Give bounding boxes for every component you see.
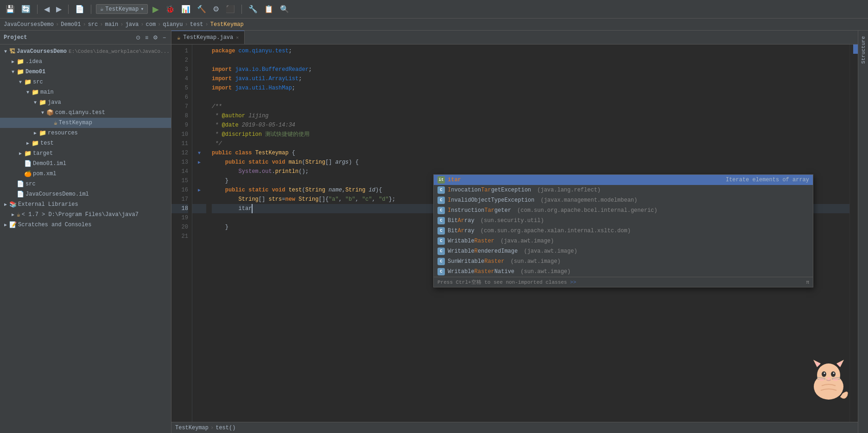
tools-button[interactable]: 🔧 bbox=[247, 4, 260, 14]
label-java7: < 1.7 > D:\Program Files\Java\java7 bbox=[22, 211, 139, 218]
annotation-author: @author bbox=[222, 111, 245, 121]
comma-17-2: , bbox=[355, 195, 362, 204]
ac-item-sunwritable[interactable]: C SunWritableRaster (sun.awt.image) bbox=[434, 256, 813, 267]
breadcrumb-item-src[interactable]: src bbox=[88, 21, 98, 28]
tree-item-test[interactable]: ▶ 📁 test bbox=[0, 138, 171, 148]
javadoc-start: /** bbox=[212, 102, 222, 111]
tree-item-demo01[interactable]: ▼ 📁 Demo01 bbox=[0, 67, 171, 77]
gm-13[interactable]: ▶ bbox=[192, 158, 206, 167]
structure-label[interactable]: Structure bbox=[860, 34, 867, 65]
run-button[interactable]: ▶ bbox=[151, 3, 161, 15]
kw-static-13: static bbox=[248, 158, 272, 167]
code-content[interactable]: package com.qianyu.test ; import java.io… bbox=[206, 45, 849, 422]
forward-button[interactable]: ▶ bbox=[54, 4, 63, 14]
ac-item-instruction[interactable]: C InstructionTargeter (com.sun.org.apach… bbox=[434, 205, 813, 216]
search-toolbar-button[interactable]: 🔍 bbox=[278, 4, 291, 14]
stop-button[interactable]: ⬛ bbox=[224, 4, 237, 14]
brace-close-17: }; bbox=[389, 195, 395, 204]
tree-item-pomxml[interactable]: 🍊 pom.xml bbox=[0, 169, 171, 179]
tree-item-src-root[interactable]: 📄 src bbox=[0, 179, 171, 189]
dot2-14: . bbox=[272, 167, 275, 176]
ac-item-writable[interactable]: C WritableRaster (java.awt.image) bbox=[434, 236, 813, 246]
coverage-button[interactable]: 📊 bbox=[179, 4, 192, 14]
profile-button[interactable]: ⚙ bbox=[211, 4, 221, 14]
breadcrumb-sep-7: › bbox=[185, 21, 188, 28]
space2-16 bbox=[365, 185, 368, 195]
tab-testkeymap[interactable]: ☕ TestKeymap.java ✕ bbox=[171, 31, 245, 44]
code-line-13: public static void main ( String [] args… bbox=[212, 158, 849, 167]
tree-item-testkeymap[interactable]: ☕ TestKeymap bbox=[0, 118, 171, 128]
icon-java7: ☕ bbox=[17, 211, 20, 218]
breadcrumb-item-qianyu[interactable]: qianyu bbox=[163, 21, 183, 28]
ln-21: 21 bbox=[171, 232, 188, 241]
breadcrumb-item-com[interactable]: com bbox=[146, 21, 156, 28]
println-14: println bbox=[275, 167, 298, 176]
ac-item-bitarray1[interactable]: C BitArray (sun.security.util) bbox=[434, 216, 813, 226]
tree-item-resources[interactable]: ▶ 📁 resources bbox=[0, 128, 171, 138]
save-button[interactable]: 💾 bbox=[4, 4, 17, 14]
gm-12[interactable]: ▼ bbox=[192, 148, 206, 158]
breadcrumb-item-demo01[interactable]: Demo01 bbox=[61, 21, 81, 28]
ln-8: 8 bbox=[171, 111, 188, 121]
icon-main: 📁 bbox=[32, 89, 39, 96]
tree-item-scratches[interactable]: ▶ 📝 Scratches and Consoles bbox=[0, 220, 171, 230]
gm-16[interactable]: ▶ bbox=[192, 185, 206, 195]
build-button[interactable]: 🔨 bbox=[195, 4, 208, 14]
tree-item-javacoursesdemo[interactable]: ▼ 🏗 JavaCoursesDemo E:\Codes\idea_workpl… bbox=[0, 46, 171, 57]
ln-11: 11 bbox=[171, 139, 188, 148]
recent-files-button[interactable]: 📄 bbox=[73, 4, 86, 14]
bottom-bc-method[interactable]: test() bbox=[215, 425, 235, 431]
structure-toolbar-button[interactable]: 📋 bbox=[262, 4, 275, 14]
debug-button[interactable]: 🐞 bbox=[164, 4, 177, 14]
kw-class: class bbox=[235, 148, 255, 158]
sidebar-scope-button[interactable]: ⊙ bbox=[134, 34, 142, 41]
sync-button[interactable]: 🔄 bbox=[19, 4, 32, 14]
tree-item-target[interactable]: ▶ 📁 target bbox=[0, 148, 171, 159]
ac-pi-icon: π bbox=[806, 280, 809, 285]
ac-item-invocation[interactable]: C InvocationTargetException (java.lang.r… bbox=[434, 185, 813, 195]
ac-item-writablerendered[interactable]: C WritableRenderedImage (java.awt.image) bbox=[434, 246, 813, 256]
arrow-idea: ▶ bbox=[9, 59, 17, 64]
back-button[interactable]: ◀ bbox=[42, 4, 51, 14]
code-editor[interactable]: 1 2 3 4 5 6 7 8 9 10 11 12 13 14 15 16 1… bbox=[171, 45, 858, 422]
tree-item-idea[interactable]: ▶ 📁 .idea bbox=[0, 57, 171, 67]
ac-footer-text: Press Ctrl+空格 to see non-imported classe… bbox=[437, 279, 576, 286]
tree-item-src[interactable]: ▼ 📁 src bbox=[0, 77, 171, 87]
ac-item-itar-header[interactable]: it itar Iterate elements of array bbox=[434, 175, 813, 185]
sidebar-collapse-all-button[interactable]: ≡ bbox=[144, 34, 150, 41]
ac-item-writablenative[interactable]: C WritableRasterNative (sun.awt.image) bbox=[434, 267, 813, 277]
sidebar-minimize-button[interactable]: − bbox=[161, 34, 167, 41]
breadcrumb-item-java[interactable]: java bbox=[125, 21, 139, 28]
breadcrumb-item-project[interactable]: JavaCoursesDemo bbox=[4, 21, 54, 28]
breadcrumb-item-test[interactable]: test bbox=[190, 21, 203, 28]
indent-17 bbox=[212, 195, 239, 204]
tree-item-demo01iml[interactable]: 📄 Demo01.iml bbox=[0, 159, 171, 169]
kw-public-13: public bbox=[225, 158, 248, 167]
tree-item-java7[interactable]: ▶ ☕ < 1.7 > D:\Program Files\Java\java7 bbox=[0, 210, 171, 220]
sidebar-settings-button[interactable]: ⚙ bbox=[152, 34, 159, 41]
breadcrumb-sep-2: › bbox=[82, 21, 86, 28]
gm-14 bbox=[192, 167, 206, 176]
tree-item-pkg[interactable]: ▼ 📦 com.qianyu.test bbox=[0, 108, 171, 118]
ac-item-invalid[interactable]: C InvalidObjectTypeException (javax.mana… bbox=[434, 195, 813, 205]
run-config-dropdown[interactable]: ☕ TestKeymap ▾ bbox=[96, 4, 148, 14]
tree-item-external-libs[interactable]: ▶ 📚 External Libraries bbox=[0, 199, 171, 210]
ln-3: 3 bbox=[171, 65, 188, 74]
tree-item-java[interactable]: ▼ 📁 java bbox=[0, 97, 171, 108]
breadcrumb-item-main[interactable]: main bbox=[105, 21, 118, 28]
toolbar: 💾 🔄 ◀ ▶ 📄 ☕ TestKeymap ▾ ▶ 🐞 📊 🔨 ⚙ ⬛ 🔧 📋… bbox=[0, 0, 868, 19]
tab-close-button[interactable]: ✕ bbox=[236, 35, 239, 40]
gm-7 bbox=[192, 102, 206, 111]
paren-close-13: ) { bbox=[348, 158, 359, 167]
toolbar-sep-3 bbox=[91, 5, 91, 14]
ac-name-writablenative: WritableRasterNative bbox=[448, 268, 514, 275]
bottom-bc-class[interactable]: TestKeymap bbox=[175, 425, 209, 431]
label-pomxml: pom.xml bbox=[33, 171, 56, 177]
breadcrumb-item-class[interactable]: TestKeymap bbox=[210, 21, 244, 28]
tree-item-main[interactable]: ▼ 📁 main bbox=[0, 87, 171, 97]
indent-18 bbox=[212, 204, 239, 213]
tree-item-javacoursesdemo-iml[interactable]: 📄 JavaCoursesDemo.iml bbox=[0, 189, 171, 199]
ac-name-bitarray1: BitArray bbox=[448, 217, 475, 224]
autocomplete-popup[interactable]: it itar Iterate elements of array C Invo… bbox=[433, 174, 813, 287]
ac-item-bitarray2[interactable]: C BitArray (com.sun.org.apache.xalan.int… bbox=[434, 226, 813, 236]
